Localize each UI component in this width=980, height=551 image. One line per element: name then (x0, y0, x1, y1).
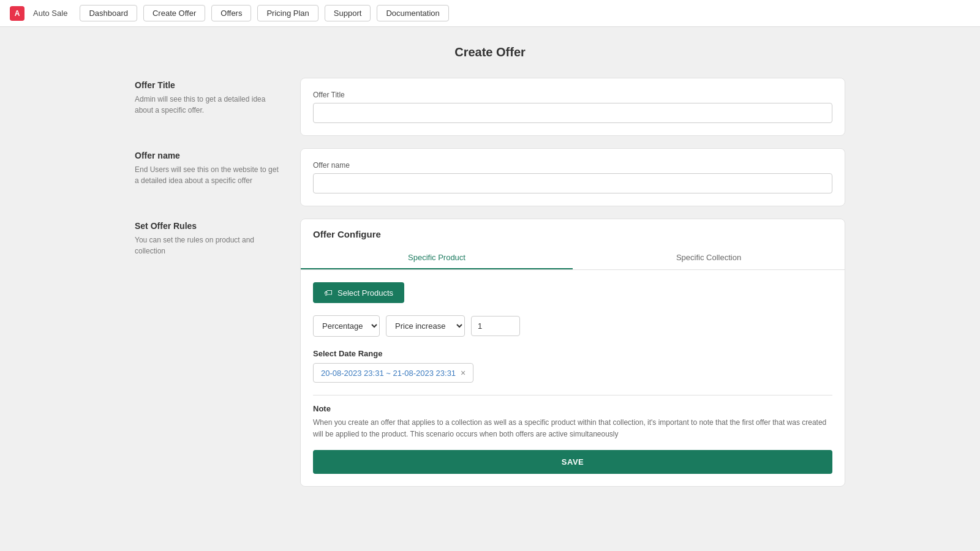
date-range-value: 20-08-2023 23:31 ~ 21-08-2023 23:31 (321, 369, 456, 378)
date-range-close-icon[interactable]: × (461, 368, 466, 378)
page-content: Create Offer Offer Title Admin will see … (123, 27, 858, 517)
save-button[interactable]: SAVE (313, 450, 832, 474)
action-dropdown[interactable]: Price increase Price decrease (386, 315, 465, 337)
offer-title-card: Offer Title (300, 78, 845, 136)
dropdowns-row: Percentage Fixed Price increase Price de… (313, 315, 832, 337)
offer-name-input[interactable] (313, 173, 832, 193)
tab-specific-product[interactable]: Specific Product (301, 247, 573, 269)
offer-name-sublabel: End Users will see this on the website t… (135, 164, 282, 186)
top-bar: A Auto Sale Dashboard Create Offer Offer… (0, 0, 980, 27)
type-dropdown[interactable]: Percentage Fixed (313, 315, 380, 337)
note-section: Note When you create an offer that appli… (313, 395, 832, 440)
value-input[interactable] (471, 316, 520, 336)
note-text: When you create an offer that applies to… (313, 417, 832, 440)
nav-dashboard[interactable]: Dashboard (80, 5, 137, 21)
nav-support[interactable]: Support (325, 5, 371, 21)
offer-title-sublabel: Admin will see this to get a detailed id… (135, 94, 282, 116)
offer-rules-label: Set Offer Rules (135, 221, 282, 231)
offer-title-desc: Offer Title Admin will see this to get a… (135, 78, 282, 116)
nav-pricing-plan[interactable]: Pricing Plan (257, 5, 318, 21)
date-range-picker[interactable]: 20-08-2023 23:31 ~ 21-08-2023 23:31 × (313, 363, 473, 383)
note-title: Note (313, 404, 832, 413)
app-name: Auto Sale (33, 9, 67, 18)
select-products-button[interactable]: 🏷 Select Products (313, 282, 404, 303)
offer-name-label: Offer name (135, 151, 282, 160)
nav-offers[interactable]: Offers (211, 5, 251, 21)
offer-name-desc: Offer name End Users will see this on th… (135, 148, 282, 186)
offer-title-label: Offer Title (135, 80, 282, 90)
offer-name-card: Offer name (300, 148, 845, 206)
nav-create-offer[interactable]: Create Offer (143, 5, 205, 21)
tab-specific-collection[interactable]: Specific Collection (573, 247, 845, 269)
configure-tabs: Specific Product Specific Collection (301, 247, 845, 270)
offer-title-field-label: Offer Title (313, 91, 832, 99)
nav-documentation[interactable]: Documentation (377, 5, 448, 21)
offer-rules-desc: Set Offer Rules You can set the rules on… (135, 219, 282, 257)
offer-name-field-label: Offer name (313, 161, 832, 170)
offer-title-section: Offer Title Admin will see this to get a… (135, 78, 845, 136)
app-logo: A (10, 6, 24, 21)
page-title: Create Offer (135, 45, 845, 59)
date-range-label: Select Date Range (313, 349, 832, 358)
offer-name-section: Offer name End Users will see this on th… (135, 148, 845, 206)
configure-body: 🏷 Select Products Percentage Fixed Price… (301, 270, 845, 486)
configure-title: Offer Configure (301, 219, 845, 239)
offer-rules-section: Set Offer Rules You can set the rules on… (135, 219, 845, 487)
select-products-label: Select Products (337, 288, 393, 298)
tag-icon: 🏷 (324, 288, 333, 298)
offer-title-input[interactable] (313, 103, 832, 123)
configure-card: Offer Configure Specific Product Specifi… (300, 219, 845, 487)
offer-rules-sublabel: You can set the rules on product and col… (135, 234, 282, 257)
